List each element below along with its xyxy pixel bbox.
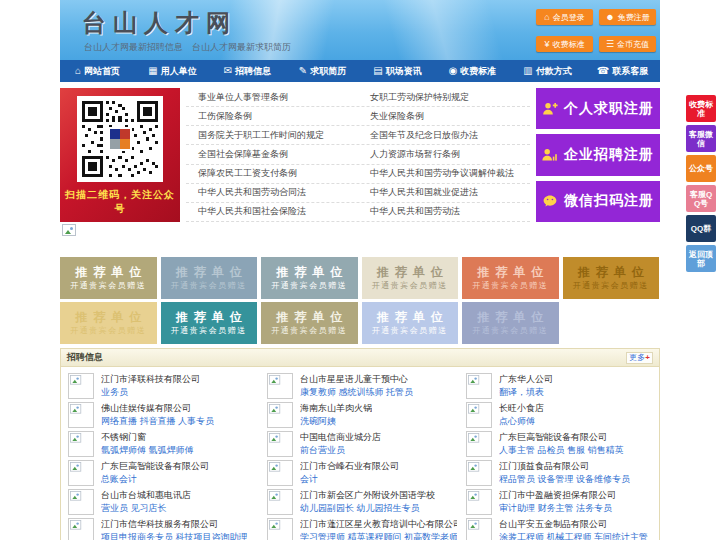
promo-box[interactable]: 推荐单位 开通贵宾会员赠送 bbox=[462, 257, 559, 299]
company-logo-placeholder bbox=[466, 431, 492, 457]
nav-item[interactable]: ▥ 付款方式 bbox=[510, 60, 585, 82]
company-logo-placeholder bbox=[267, 431, 293, 457]
law-link[interactable]: 中华人民共和国社会保险法 bbox=[186, 205, 358, 218]
nav-item[interactable]: ✎ 求职简历 bbox=[285, 60, 360, 82]
company-name-link[interactable]: 佛山佳娱传媒有限公司 bbox=[101, 402, 214, 415]
header-button[interactable]: ¥ 收费标准 bbox=[536, 36, 593, 52]
promo-box[interactable]: 推荐单位 开通贵宾会员赠送 bbox=[261, 302, 358, 344]
broken-image-icon bbox=[70, 433, 81, 443]
job-position-links[interactable]: 洗碗阿姨 bbox=[300, 415, 372, 428]
jobs-column-2: 台山市星星语儿童干预中心 康复教师 感统训练师 托管员 海南东山羊肉火锅 洗碗阿… bbox=[260, 371, 459, 540]
company-name-link[interactable]: 江门顶益食品有限公司 bbox=[499, 460, 630, 473]
law-links-row: 全国社会保障基金条例 人力资源市场暂行条例 bbox=[186, 145, 530, 164]
job-position-links[interactable]: 会计 bbox=[300, 473, 399, 486]
promo-box[interactable]: 推荐单位 开通贵宾会员赠送 bbox=[563, 257, 660, 299]
job-position-links[interactable]: 人事主管 品检员 售服 销售精英 bbox=[499, 444, 624, 457]
company-register-button[interactable]: 企业招聘注册 bbox=[536, 134, 660, 175]
company-name-link[interactable]: 台山平安五金制品有限公司 bbox=[499, 518, 648, 531]
job-position-links[interactable]: 康复教师 感统训练师 托管员 bbox=[300, 386, 413, 399]
company-name-link[interactable]: 江门市泽联科技有限公司 bbox=[101, 373, 200, 386]
promo-box[interactable]: 推荐单位 开通贵宾会员赠送 bbox=[60, 257, 157, 299]
personal-register-button[interactable]: 个人求职注册 bbox=[536, 88, 660, 129]
sidebar-chip[interactable]: 收费标准 bbox=[686, 95, 716, 122]
nav-item[interactable]: ▦ 用人单位 bbox=[135, 60, 210, 82]
job-position-links[interactable]: 网络直播 抖音直播 人事专员 bbox=[101, 415, 214, 428]
job-position-links[interactable]: 营业员 见习店长 bbox=[101, 502, 191, 515]
company-name-link[interactable]: 广东巨高智能设备有限公司 bbox=[499, 431, 624, 444]
job-position-links[interactable]: 业务员 bbox=[101, 386, 200, 399]
law-link[interactable]: 事业单位人事管理条例 bbox=[186, 91, 358, 104]
job-listing: 广东巨高智能设备有限公司 总账会计 bbox=[61, 458, 260, 487]
promo-box[interactable]: 推荐单位 开通贵宾会员赠送 bbox=[261, 257, 358, 299]
sidebar-chip[interactable]: 公众号 bbox=[686, 155, 716, 182]
law-link[interactable]: 中华人民共和国劳动合同法 bbox=[186, 186, 358, 199]
page: 台山人才网 台山人才网最新招聘信息 台山人才网最新求职简历 ⌂ 会员登录 ☻ 免… bbox=[0, 0, 720, 540]
sidebar-chip[interactable]: 返回顶部 bbox=[686, 245, 716, 272]
nav-item[interactable]: ☎ 联系客服 bbox=[585, 60, 660, 82]
law-link[interactable]: 全国年节及纪念日放假办法 bbox=[358, 129, 530, 142]
sidebar-chip[interactable]: 客服微信 bbox=[686, 125, 716, 152]
job-position-links[interactable]: 幼儿园副园长 幼儿园招生专员 bbox=[300, 502, 435, 515]
floating-sidebar: 收费标准 客服微信 公众号 客服QQ号 QQ群 返回顶部 bbox=[686, 95, 716, 272]
job-position-links[interactable]: 学习管理师 精英课程顾问 初高数学老师 bbox=[300, 531, 457, 540]
company-name-link[interactable]: 江门市信华科技服务有限公司 bbox=[101, 518, 248, 531]
sidebar-chip[interactable]: 客服QQ号 bbox=[686, 185, 716, 212]
promo-box-title: 推荐单位 bbox=[471, 311, 549, 323]
law-link[interactable]: 工伤保险条例 bbox=[186, 110, 358, 123]
more-link[interactable]: 更多+ bbox=[626, 352, 653, 364]
job-position-links[interactable]: 翻译，填表 bbox=[499, 386, 553, 399]
job-position-links[interactable]: 项目申报商务专员 科技项目咨询助理 bbox=[101, 531, 248, 540]
law-link[interactable]: 中华人民共和国劳动争议调解仲裁法 bbox=[358, 167, 530, 180]
promo-box[interactable]: 推荐单位 开通贵宾会员赠送 bbox=[362, 302, 459, 344]
nav-item[interactable]: ▤ 职场资讯 bbox=[360, 60, 435, 82]
law-links-list: 事业单位人事管理条例 女职工劳动保护特别规定 工伤保险条例 失业保险条例 国务院… bbox=[186, 88, 530, 222]
header-button[interactable]: ☰ 金币充值 bbox=[599, 36, 656, 52]
law-link[interactable]: 人力资源市场暂行条例 bbox=[358, 148, 530, 161]
law-links-row: 事业单位人事管理条例 女职工劳动保护特别规定 bbox=[186, 88, 530, 107]
company-name-link[interactable]: 广东巨高智能设备有限公司 bbox=[101, 460, 209, 473]
job-position-links[interactable]: 点心师傅 bbox=[499, 415, 544, 428]
job-position-links[interactable]: 总账会计 bbox=[101, 473, 209, 486]
promo-box[interactable]: 推荐单位 开通贵宾会员赠送 bbox=[362, 257, 459, 299]
law-link[interactable]: 中华人民共和国劳动法 bbox=[358, 205, 530, 218]
job-position-links[interactable]: 审计助理 财务主管 法务专员 bbox=[499, 502, 616, 515]
promo-box-subtitle: 开通贵宾会员赠送 bbox=[271, 327, 347, 335]
job-listing: 广东华人公司 翻译，填表 bbox=[459, 371, 658, 400]
company-name-link[interactable]: 江门市中盈融资担保有限公司 bbox=[499, 489, 616, 502]
nav-item[interactable]: ⌂ 网站首页 bbox=[60, 60, 135, 82]
promo-box-title: 推荐单位 bbox=[270, 311, 348, 323]
wechat-register-button[interactable]: 微信扫码注册 bbox=[536, 181, 660, 222]
promo-box-title: 推荐单位 bbox=[270, 266, 348, 278]
header-button[interactable]: ⌂ 会员登录 bbox=[536, 9, 593, 25]
sidebar-chip[interactable]: QQ群 bbox=[686, 215, 716, 242]
company-name-link[interactable]: 台山市星星语儿童干预中心 bbox=[300, 373, 413, 386]
company-name-link[interactable]: 海南东山羊肉火锅 bbox=[300, 402, 372, 415]
law-link[interactable]: 中华人民共和国就业促进法 bbox=[358, 186, 530, 199]
company-name-link[interactable]: 中国电信商业城分店 bbox=[300, 431, 381, 444]
promo-box[interactable]: 推荐单位 开通贵宾会员赠送 bbox=[161, 257, 258, 299]
company-name-link[interactable]: 长旺小食店 bbox=[499, 402, 544, 415]
law-link[interactable]: 全国社会保障基金条例 bbox=[186, 148, 358, 161]
job-position-links[interactable]: 氩弧焊师傅 氩弧焊师傅 bbox=[101, 444, 194, 457]
job-position-links[interactable]: 前台营业员 bbox=[300, 444, 381, 457]
company-name-link[interactable]: 江门市新会区广外附设外国语学校 bbox=[300, 489, 435, 502]
promo-box[interactable]: 推荐单位 开通贵宾会员赠送 bbox=[462, 302, 559, 344]
company-name-link[interactable]: 广东华人公司 bbox=[499, 373, 553, 386]
promo-box[interactable]: 推荐单位 开通贵宾会员赠送 bbox=[161, 302, 258, 344]
company-name-link[interactable]: 江门市蓬江区星火教育培训中心有限公司 bbox=[300, 518, 457, 531]
law-link[interactable]: 女职工劳动保护特别规定 bbox=[358, 91, 530, 104]
company-name-link[interactable]: 江门市合峰石业有限公司 bbox=[300, 460, 399, 473]
nav-item[interactable]: ◉ 收费标准 bbox=[435, 60, 510, 82]
promo-box[interactable]: 推荐单位 开通贵宾会员赠送 bbox=[60, 302, 157, 344]
law-link[interactable]: 保障农民工工资支付条例 bbox=[186, 167, 358, 180]
law-link[interactable]: 失业保险条例 bbox=[358, 110, 530, 123]
broken-image-icon bbox=[269, 433, 280, 443]
company-name-link[interactable]: 不锈钢门窗 bbox=[101, 431, 194, 444]
broken-image-icon bbox=[269, 462, 280, 472]
company-name-link[interactable]: 台山市台城和惠电讯店 bbox=[101, 489, 191, 502]
nav-item[interactable]: ✉ 招聘信息 bbox=[210, 60, 285, 82]
job-position-links[interactable]: 程品管员 设备管理 设备维修专员 bbox=[499, 473, 630, 486]
header-button[interactable]: ☻ 免费注册 bbox=[599, 9, 656, 25]
job-position-links[interactable]: 涂装工程师 机械工程师 车间统计主管 bbox=[499, 531, 648, 540]
law-link[interactable]: 国务院关于职工工作时间的规定 bbox=[186, 129, 358, 142]
